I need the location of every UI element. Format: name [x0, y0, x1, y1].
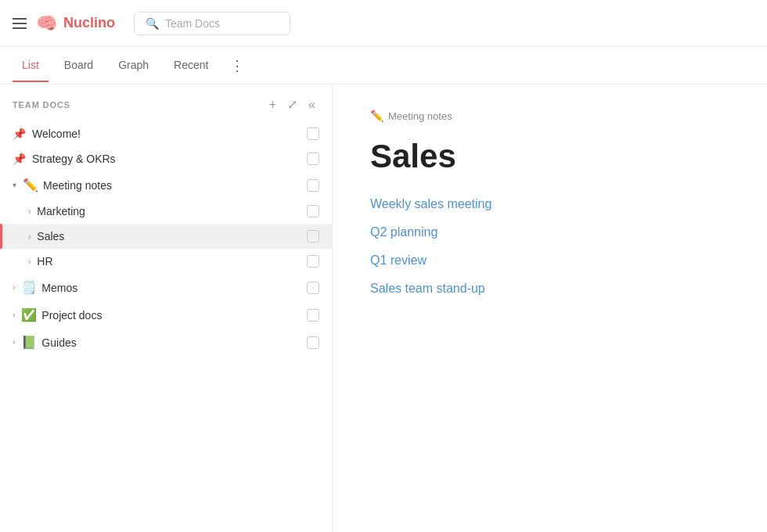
tab-recent[interactable]: Recent [164, 49, 218, 82]
tab-list[interactable]: List [13, 49, 49, 82]
item-checkbox[interactable] [307, 336, 319, 349]
content-area: ✏️ Meeting notes Sales Weekly sales meet… [333, 84, 767, 532]
sidebar-item-memos[interactable]: › 🗒️ Memos [0, 274, 332, 301]
sidebar-item-label: Marketing [37, 205, 302, 217]
meeting-notes-emoji: ✏️ [23, 178, 38, 192]
sidebar-item-label: Project docs [41, 309, 302, 322]
sidebar-item-label: Memos [41, 282, 302, 294]
breadcrumb-icon: ✏️ [370, 110, 384, 122]
sidebar-item-label: Welcome! [32, 128, 302, 140]
item-checkbox[interactable] [307, 128, 319, 140]
logo-text: Nuclino [63, 15, 115, 31]
sidebar-title: TEAM DOCS [13, 100, 70, 110]
expand-button[interactable]: ⤢ [283, 95, 301, 113]
memos-emoji: 🗒️ [21, 280, 37, 295]
guides-emoji: 📗 [21, 335, 37, 350]
sidebar-item-label: Guides [41, 336, 302, 349]
sidebar-item-strategy[interactable]: 📌 Strategy & OKRs [0, 146, 332, 171]
pin-icon: 📌 [13, 128, 26, 140]
item-checkbox[interactable] [307, 309, 319, 322]
search-placeholder: Team Docs [165, 17, 220, 30]
app-header: 🧠 Nuclino 🔍 Team Docs [0, 0, 767, 47]
chevron-down-icon: ▾ [13, 181, 16, 189]
breadcrumb: ✏️ Meeting notes [370, 110, 729, 122]
sidebar-header: TEAM DOCS + ⤢ « [0, 84, 332, 121]
sidebar-item-marketing[interactable]: › Marketing [0, 199, 332, 224]
hamburger-menu-button[interactable] [13, 18, 27, 29]
sidebar-item-project-docs[interactable]: › ✅ Project docs [0, 301, 332, 329]
add-item-button[interactable]: + [265, 95, 280, 113]
page-link-q2[interactable]: Q2 planning [370, 225, 729, 239]
item-checkbox[interactable] [307, 282, 319, 294]
item-checkbox[interactable] [307, 179, 319, 192]
tab-bar: List Board Graph Recent ⋮ [0, 47, 767, 84]
page-title: Sales [370, 138, 729, 175]
chevron-right-icon: › [28, 207, 31, 216]
chevron-right-icon: › [13, 338, 15, 347]
sidebar-item-meeting-notes[interactable]: ▾ ✏️ Meeting notes [0, 171, 332, 199]
item-checkbox[interactable] [307, 153, 319, 165]
search-bar[interactable]: 🔍 Team Docs [134, 12, 290, 35]
breadcrumb-text: Meeting notes [388, 110, 452, 122]
chevron-right-icon: › [13, 283, 15, 292]
project-docs-emoji: ✅ [21, 307, 37, 322]
brain-icon: 🧠 [36, 13, 57, 34]
sidebar-actions: + ⤢ « [265, 95, 319, 113]
main-layout: TEAM DOCS + ⤢ « 📌 Welcome! 📌 Strategy & … [0, 84, 767, 532]
sidebar-item-label: HR [37, 255, 302, 268]
page-link-q1[interactable]: Q1 review [370, 253, 729, 268]
pin-icon: 📌 [13, 153, 26, 165]
item-checkbox[interactable] [307, 205, 319, 217]
collapse-sidebar-button[interactable]: « [304, 95, 319, 113]
tab-board[interactable]: Board [55, 49, 103, 82]
search-icon: 🔍 [146, 17, 159, 30]
sidebar-item-guides[interactable]: › 📗 Guides [0, 329, 332, 356]
item-checkbox[interactable] [307, 255, 319, 268]
sidebar: TEAM DOCS + ⤢ « 📌 Welcome! 📌 Strategy & … [0, 84, 333, 532]
tab-more-button[interactable]: ⋮ [224, 51, 250, 81]
page-link-standup[interactable]: Sales team stand-up [370, 282, 729, 296]
sidebar-item-sales[interactable]: › Sales [0, 224, 332, 249]
tab-graph[interactable]: Graph [109, 49, 158, 82]
chevron-right-icon: › [28, 257, 31, 266]
sidebar-item-label: Meeting notes [43, 179, 302, 192]
sidebar-item-hr[interactable]: › HR [0, 249, 332, 274]
chevron-right-icon: › [28, 232, 31, 241]
page-link-weekly[interactable]: Weekly sales meeting [370, 197, 729, 211]
logo-area[interactable]: 🧠 Nuclino [36, 13, 115, 34]
sidebar-item-label: Sales [37, 230, 302, 243]
sidebar-item-welcome[interactable]: 📌 Welcome! [0, 121, 332, 146]
item-checkbox[interactable] [307, 230, 319, 243]
sidebar-item-label: Strategy & OKRs [32, 153, 302, 165]
chevron-right-icon: › [13, 311, 15, 319]
